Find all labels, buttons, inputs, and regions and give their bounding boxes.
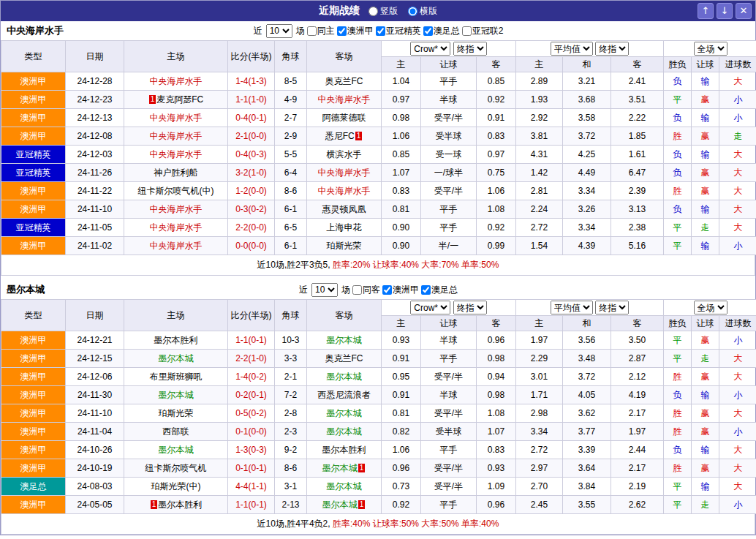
home-team-cell[interactable]: 西部联 [124, 423, 228, 441]
team-link[interactable]: 悉尼FC [325, 131, 355, 141]
team-link[interactable]: 墨尔本胜利 [154, 335, 198, 345]
team-link[interactable]: 纽卡斯尔喷气机 [145, 463, 207, 473]
team-link[interactable]: 中央海岸水手 [150, 76, 203, 86]
team-link[interactable]: 布里斯班狮吼 [150, 372, 203, 382]
filter-checkbox-input[interactable] [421, 285, 431, 295]
away-team-cell[interactable]: 奥克兰FC [307, 350, 382, 368]
filter-checkbox-input[interactable] [352, 285, 362, 295]
team-link[interactable]: 墨尔本城 [327, 372, 362, 382]
close-button[interactable]: ✕ [736, 3, 752, 19]
team-link[interactable]: 奥克兰FC [325, 76, 363, 86]
home-team-cell[interactable]: 纽卡斯尔喷气机(中) [124, 182, 228, 200]
home-team-cell[interactable]: 中央海岸水手 [124, 72, 228, 91]
horizontal-layout-radio[interactable] [408, 7, 417, 16]
away-team-cell[interactable]: 横滨水手 [307, 146, 382, 164]
team-link[interactable]: 中央海岸水手 [150, 149, 203, 159]
match-count-select[interactable]: 10 [311, 283, 338, 297]
home-team-cell[interactable]: 神户胜利船 [124, 164, 228, 182]
team-link[interactable]: 惠灵顿凤凰 [322, 204, 366, 214]
odds-time-select[interactable]: 终指 [453, 301, 487, 314]
away-team-cell[interactable]: 墨尔本城 [307, 404, 382, 423]
home-team-cell[interactable]: 中央海岸水手 [124, 127, 228, 146]
scope-select[interactable]: 全场 [694, 42, 727, 56]
team-link[interactable]: 墨尔本城 [159, 353, 194, 363]
home-team-cell[interactable]: 墨尔本城 [124, 441, 228, 459]
team-link[interactable]: 中央海岸水手 [318, 167, 371, 178]
odds-time-select[interactable]: 终指 [453, 42, 487, 56]
team-link[interactable]: 墨尔本城 [327, 408, 362, 418]
bookmaker-select[interactable]: Crow* [410, 301, 450, 314]
away-team-cell[interactable]: 中央海岸水手 [307, 164, 382, 182]
filter-checkbox[interactable]: 亚冠联2 [462, 25, 504, 37]
team-link[interactable]: 墨尔本城 [327, 335, 362, 345]
filter-checkbox[interactable]: 澳足总 [423, 25, 460, 37]
team-link[interactable]: 中央海岸水手 [150, 113, 203, 123]
team-link[interactable]: 中央海岸水手 [150, 204, 203, 214]
team-link[interactable]: 墨尔本胜利 [158, 500, 202, 510]
bookmaker-select[interactable]: Crow* [410, 42, 450, 56]
average-select[interactable]: 平均值 [551, 301, 593, 314]
vertical-layout-radio[interactable] [368, 7, 378, 16]
team-link[interactable]: 珀斯光荣 [159, 408, 194, 418]
team-link[interactable]: 墨尔本城 [159, 390, 194, 400]
away-team-cell[interactable]: 墨尔本城 [307, 368, 382, 386]
filter-checkbox-input[interactable] [337, 26, 347, 36]
home-team-cell[interactable]: 中央海岸水手 [124, 200, 228, 219]
team-link[interactable]: 神户胜利船 [154, 167, 198, 178]
team-link[interactable]: 珀斯光荣 [327, 241, 362, 251]
away-team-cell[interactable]: 墨尔本城 [307, 423, 382, 441]
away-team-cell[interactable]: 墨尔本城 [307, 478, 382, 496]
home-team-cell[interactable]: 墨尔本胜利 [124, 331, 228, 350]
layout-option-vertical[interactable]: 竖版 [368, 5, 398, 18]
filter-checkbox-input[interactable] [423, 26, 433, 36]
away-team-cell[interactable]: 西悉尼流浪者 [307, 386, 382, 404]
team-link[interactable]: 珀斯光荣(中) [151, 481, 201, 491]
team-link[interactable]: 奥克兰FC [325, 353, 363, 363]
filter-checkbox-input[interactable] [376, 26, 385, 36]
away-team-cell[interactable]: 墨尔本城1 [307, 459, 382, 478]
away-team-cell[interactable]: 中央海岸水手 [307, 182, 382, 200]
away-team-cell[interactable]: 阿德莱德联 [307, 109, 382, 127]
home-team-cell[interactable]: 中央海岸水手 [124, 109, 228, 127]
team-link[interactable]: 中央海岸水手 [150, 131, 203, 141]
filter-checkbox[interactable]: 亚冠精英 [376, 25, 421, 37]
team-link[interactable]: 西悉尼流浪者 [318, 390, 371, 400]
team-link[interactable]: 中央海岸水手 [318, 94, 371, 105]
team-link[interactable]: 纽卡斯尔喷气机(中) [138, 186, 214, 196]
team-link[interactable]: 中央海岸水手 [318, 186, 371, 196]
filter-checkbox-input[interactable] [382, 285, 392, 295]
home-team-cell[interactable]: 布里斯班狮吼 [124, 368, 228, 386]
scope-select[interactable]: 全场 [694, 301, 727, 314]
team-link[interactable]: 上海申花 [327, 222, 362, 233]
filter-checkbox[interactable]: 澳洲甲 [337, 25, 374, 37]
team-link[interactable]: 墨尔本城 [327, 481, 362, 491]
filter-checkbox-input[interactable] [462, 26, 472, 36]
home-team-cell[interactable]: 中央海岸水手 [124, 219, 228, 237]
away-team-cell[interactable]: 墨尔本胜利 [307, 441, 382, 459]
filter-checkbox[interactable]: 同主 [307, 25, 335, 37]
avg-time-select[interactable]: 终指 [595, 301, 629, 314]
team-link[interactable]: 墨尔本城 [159, 445, 194, 455]
home-team-cell[interactable]: 中央海岸水手 [124, 237, 228, 255]
team-link[interactable]: 墨尔本城 [322, 463, 358, 473]
filter-checkbox[interactable]: 澳足总 [421, 284, 458, 296]
away-team-cell[interactable]: 墨尔本城1 [307, 496, 382, 514]
layout-option-horizontal[interactable]: 横版 [408, 5, 437, 18]
scroll-up-button[interactable]: ↑ [698, 3, 714, 19]
home-team-cell[interactable]: 1墨尔本胜利 [124, 496, 228, 514]
away-team-cell[interactable]: 珀斯光荣 [307, 237, 382, 255]
filter-checkbox-input[interactable] [307, 26, 317, 36]
away-team-cell[interactable]: 奥克兰FC [307, 72, 382, 91]
away-team-cell[interactable]: 惠灵顿凤凰 [307, 200, 382, 219]
home-team-cell[interactable]: 1麦克阿瑟FC [124, 91, 228, 109]
team-link[interactable]: 墨尔本胜利 [322, 445, 366, 455]
home-team-cell[interactable]: 珀斯光荣(中) [124, 478, 228, 496]
filter-checkbox[interactable]: 澳洲甲 [382, 284, 419, 296]
team-link[interactable]: 西部联 [163, 426, 189, 437]
avg-time-select[interactable]: 终指 [595, 42, 629, 56]
home-team-cell[interactable]: 中央海岸水手 [124, 146, 228, 164]
match-count-select[interactable]: 10 [266, 24, 292, 38]
filter-checkbox[interactable]: 同客 [352, 284, 380, 296]
team-link[interactable]: 阿德莱德联 [322, 113, 366, 123]
scroll-down-button[interactable]: ↓ [717, 3, 733, 19]
